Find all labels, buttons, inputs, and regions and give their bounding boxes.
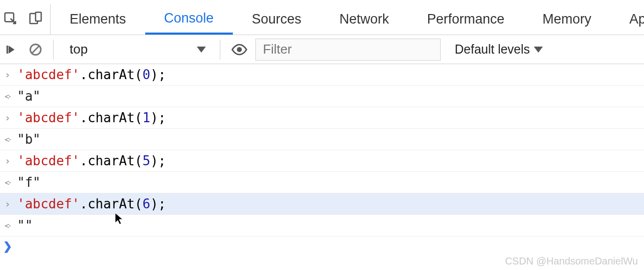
chevron-down-icon	[197, 47, 206, 53]
code-text: "a"	[13, 89, 41, 104]
input-chevron-icon: ›	[2, 155, 13, 167]
chevron-down-icon	[534, 47, 543, 53]
clear-console-icon[interactable]	[26, 40, 45, 59]
devtools-tabs: Elements Console Sources Network Perform…	[0, 4, 644, 35]
input-chevron-icon: ›	[2, 198, 13, 210]
console-input-row[interactable]: ›'abcdef'.charAt(5);	[0, 150, 644, 172]
tab-console[interactable]: Console	[145, 4, 233, 35]
console-output-row[interactable]: <·"f"	[0, 172, 644, 193]
console-output-row[interactable]: <·""	[0, 215, 644, 236]
code-text: 'abcdef'.charAt(0);	[13, 67, 166, 82]
svg-rect-3	[7, 46, 8, 54]
context-label: top	[70, 42, 88, 57]
svg-rect-2	[36, 12, 41, 21]
live-expression-icon[interactable]	[228, 41, 250, 58]
tab-icon-group	[0, 4, 51, 35]
context-selector[interactable]: top	[62, 39, 212, 60]
console-input-row[interactable]: ›'abcdef'.charAt(6);	[0, 193, 644, 215]
filter-input[interactable]	[255, 39, 441, 61]
code-text: 'abcdef'.charAt(6);	[13, 196, 166, 211]
console-toolbar: top Default levels	[0, 35, 644, 64]
console-prompt-row[interactable]: ❯	[0, 236, 644, 256]
separator	[220, 40, 220, 60]
code-text: "b"	[13, 132, 41, 147]
tab-performance[interactable]: Performance	[408, 4, 524, 35]
output-chevron-icon: <·	[2, 92, 13, 101]
code-text: 'abcdef'.charAt(5);	[13, 153, 166, 168]
tab-network[interactable]: Network	[320, 4, 408, 35]
svg-point-6	[237, 47, 242, 52]
watermark: CSDN @HandsomeDanielWu	[505, 255, 638, 267]
code-text: 'abcdef'.charAt(1);	[13, 110, 166, 125]
code-text: ""	[13, 218, 33, 233]
separator	[53, 40, 54, 60]
input-chevron-icon: ›	[2, 112, 13, 124]
tab-application[interactable]: Application	[610, 4, 644, 35]
toggle-sidebar-icon[interactable]	[2, 40, 21, 59]
console-input-row[interactable]: ›'abcdef'.charAt(1);	[0, 107, 644, 129]
device-toggle-icon[interactable]	[28, 11, 43, 28]
output-chevron-icon: <·	[2, 178, 13, 187]
levels-label: Default levels	[455, 42, 530, 57]
svg-line-5	[32, 46, 39, 53]
console-output: ›'abcdef'.charAt(0);<·"a"›'abcdef'.charA…	[0, 64, 644, 236]
output-chevron-icon: <·	[2, 135, 13, 144]
console-input-row[interactable]: ›'abcdef'.charAt(0);	[0, 64, 644, 86]
prompt-chevron-icon: ❯	[2, 240, 13, 253]
console-output-row[interactable]: <·"b"	[0, 129, 644, 150]
input-chevron-icon: ›	[2, 69, 13, 81]
output-chevron-icon: <·	[2, 221, 13, 230]
tab-elements[interactable]: Elements	[51, 4, 145, 35]
tab-sources[interactable]: Sources	[233, 4, 320, 35]
console-output-row[interactable]: <·"a"	[0, 86, 644, 107]
inspect-icon[interactable]	[3, 11, 18, 28]
code-text: "f"	[13, 175, 41, 190]
tab-memory[interactable]: Memory	[523, 4, 610, 35]
log-levels-selector[interactable]: Default levels	[455, 42, 543, 57]
